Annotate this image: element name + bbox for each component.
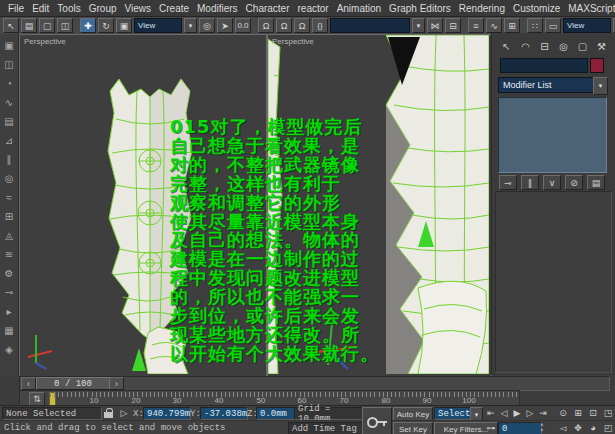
analyze-world-icon[interactable]: ▦: [2, 321, 17, 340]
object-name-field[interactable]: [500, 58, 588, 73]
play-icon[interactable]: ▶: [510, 407, 524, 419]
keyboard-shortcut-override-icon[interactable]: {}: [312, 18, 328, 33]
motor-icon[interactable]: ◎: [2, 169, 17, 188]
go-to-end-icon[interactable]: ⇥: [536, 407, 550, 419]
menu-rendering[interactable]: Rendering: [455, 3, 509, 14]
menu-modifiers[interactable]: Modifiers: [193, 3, 242, 14]
menu-graph-editors[interactable]: Graph Editors: [385, 3, 455, 14]
rope-collection-icon[interactable]: ∿: [2, 93, 17, 112]
spinner-down-icon[interactable]: ▾: [540, 426, 544, 434]
schematic-view-icon[interactable]: ⊞: [504, 18, 520, 33]
chevron-down-icon[interactable]: ▼: [412, 18, 425, 33]
render-scene-icon[interactable]: ▭: [545, 18, 561, 33]
zoom-all-icon[interactable]: ⊞: [571, 407, 585, 419]
select-and-scale-icon[interactable]: ▣: [116, 18, 132, 33]
add-time-tag[interactable]: Add Time Tag: [288, 422, 364, 434]
menu-edit[interactable]: Edit: [28, 3, 53, 14]
configure-modifier-sets-icon[interactable]: ▤: [587, 175, 605, 190]
pin-stack-icon[interactable]: ⊸: [499, 175, 517, 190]
select-and-rotate-icon[interactable]: ↻: [98, 18, 114, 33]
next-frame-icon[interactable]: ▷: [523, 407, 537, 419]
chevron-down-icon[interactable]: ▼: [184, 18, 197, 33]
deforming-mesh-collection-icon[interactable]: ▤: [2, 112, 17, 131]
toy-car-icon[interactable]: ⊞: [2, 207, 17, 226]
field-of-view-icon[interactable]: ◅: [556, 422, 570, 434]
use-center-icon[interactable]: ◎: [199, 18, 215, 33]
set-keys-button[interactable]: [362, 407, 392, 434]
wind-icon[interactable]: ≈: [2, 188, 17, 207]
chevron-down-icon[interactable]: ▼: [593, 77, 608, 95]
percent-snap-icon[interactable]: Ω: [294, 18, 310, 33]
display-tab[interactable]: ▢: [574, 39, 591, 54]
current-frame-field[interactable]: 0: [498, 422, 542, 434]
utilities-tab[interactable]: ⚒: [593, 39, 610, 54]
plane-icon[interactable]: ⊿: [2, 131, 17, 150]
viewport-right[interactable]: Perspective: [267, 34, 492, 377]
window-crossing-icon[interactable]: ◫: [57, 18, 73, 33]
previous-frame-arrow[interactable]: ‹: [21, 377, 36, 390]
z-coordinate-field[interactable]: 0.0mm: [256, 407, 296, 420]
next-frame-arrow[interactable]: ›: [109, 377, 124, 390]
offset-snap-icon[interactable]: 0.0: [235, 18, 251, 33]
snap-toggle-icon[interactable]: Ω: [258, 18, 274, 33]
curve-editor-icon[interactable]: ∿: [486, 18, 502, 33]
viewport-left-label[interactable]: Perspective: [24, 37, 66, 46]
create-tab[interactable]: ↖: [498, 39, 515, 54]
x-coordinate-field[interactable]: 940.799m: [143, 407, 191, 420]
menu-animation[interactable]: Animation: [333, 3, 385, 14]
menu-views[interactable]: Views: [121, 3, 156, 14]
angle-snap-icon[interactable]: Ω: [276, 18, 292, 33]
arc-rotate-icon[interactable]: ◕: [586, 422, 600, 434]
absolute-offset-mode-icon[interactable]: ▷: [117, 407, 131, 419]
modify-tab[interactable]: ◠: [517, 39, 534, 54]
fracture-icon[interactable]: ◬: [2, 226, 17, 245]
point-constraint-icon[interactable]: ⊸: [2, 283, 17, 302]
rigid-body-collection-icon[interactable]: ▣: [2, 36, 17, 55]
menu-character[interactable]: Character: [242, 3, 294, 14]
time-slider[interactable]: ‹ 0 / 100 ›: [19, 376, 610, 391]
render-type-dropdown[interactable]: View: [563, 18, 611, 33]
material-editor-icon[interactable]: ∷: [527, 18, 543, 33]
menu-group[interactable]: Group: [85, 3, 121, 14]
min-max-toggle-icon[interactable]: ◰: [601, 422, 615, 434]
menu-maxscript[interactable]: MAXScript: [564, 3, 615, 14]
make-unique-icon[interactable]: ∨: [543, 175, 561, 190]
menu-create[interactable]: Create: [155, 3, 193, 14]
menu-tools[interactable]: Tools: [53, 3, 84, 14]
menu-customize[interactable]: Customize: [509, 3, 564, 14]
zoom-icon[interactable]: ⊙: [556, 407, 570, 419]
preview-animation-icon[interactable]: ▸: [2, 302, 17, 321]
named-selection-sets-dropdown[interactable]: [330, 18, 410, 33]
utilities-panel-icon[interactable]: ◈: [2, 340, 17, 359]
layer-manager-icon[interactable]: ≡: [468, 18, 484, 33]
time-slider-handle[interactable]: 0 / 100: [36, 377, 110, 390]
constraint-solver-icon[interactable]: ⚙: [2, 264, 17, 283]
selection-lock-icon[interactable]: [103, 408, 115, 419]
hierarchy-tab[interactable]: ⊟: [536, 39, 553, 54]
zoom-extents-all-icon[interactable]: ◳: [601, 407, 615, 419]
go-to-start-icon[interactable]: ⇤: [484, 407, 498, 419]
viewport-left[interactable]: Perspective: [19, 34, 267, 377]
object-color-swatch[interactable]: [590, 58, 604, 73]
viewport-right-label[interactable]: Perspective: [272, 37, 314, 46]
previous-frame-icon[interactable]: ◁: [497, 407, 511, 419]
remove-modifier-icon[interactable]: ⊘: [565, 175, 583, 190]
rectangular-selection-region-icon[interactable]: ▢: [39, 18, 55, 33]
select-and-move-icon[interactable]: ✚: [80, 18, 96, 33]
auto-key-button[interactable]: Auto Key: [393, 407, 433, 421]
water-icon[interactable]: ≋: [2, 245, 17, 264]
reference-coordinate-dropdown[interactable]: View: [134, 18, 182, 33]
modifier-stack-list[interactable]: [498, 97, 607, 173]
menu-file[interactable]: File: [4, 3, 28, 14]
modifier-list-dropdown[interactable]: Modifier List: [498, 77, 598, 93]
soft-body-collection-icon[interactable]: ◔: [2, 74, 17, 93]
y-coordinate-field[interactable]: -37.038m: [200, 407, 248, 420]
mirror-icon[interactable]: ⋈: [427, 18, 443, 33]
zoom-extents-icon[interactable]: ⊡: [586, 407, 600, 419]
select-by-name-icon[interactable]: ▤: [21, 18, 37, 33]
mini-curve-editor-button[interactable]: ⇅: [29, 392, 45, 406]
set-key-button[interactable]: Set Key: [393, 422, 433, 434]
spring-icon[interactable]: ∥: [2, 150, 17, 169]
pan-icon[interactable]: ✥: [571, 422, 585, 434]
key-mode-toggle-icon[interactable]: ⊶: [484, 422, 498, 434]
